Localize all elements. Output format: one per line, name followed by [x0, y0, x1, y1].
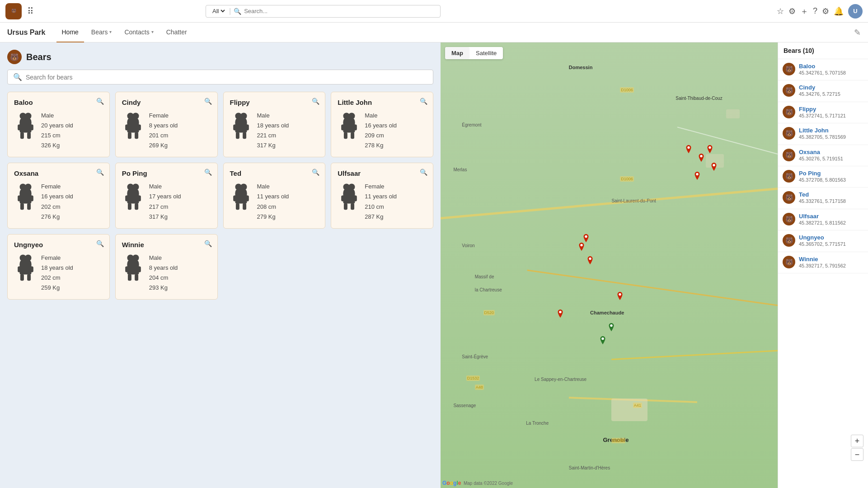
bear-info: Female 18 years old 202 cm 259 Kg	[41, 253, 73, 293]
list-bear-name[interactable]: Oxsana	[799, 149, 843, 155]
app-logo[interactable]: 🐻	[5, 3, 22, 19]
bear-search-icon[interactable]: 🔍	[312, 98, 319, 105]
bear-card-title: Cindy	[122, 99, 211, 106]
bear-card[interactable]: Ted 🔍 Male 11 years old 208 cm 279 Kg	[223, 163, 326, 228]
svg-rect-14	[125, 124, 128, 130]
bear-search-icon[interactable]: 🔍	[96, 169, 104, 176]
list-bear-name[interactable]: Po Ping	[799, 170, 846, 177]
svg-rect-70	[18, 267, 21, 272]
chatter-label: Chatter	[166, 28, 187, 36]
bears-grid: Baloo 🔍 Male 20 years old 215 cm 326 Kg …	[7, 92, 433, 300]
list-item[interactable]: 🐻 Baloo 45.342761, 5.707158	[778, 59, 868, 80]
list-item[interactable]: 🐻 Ted 45.332761, 5.717158	[778, 188, 868, 209]
svg-rect-38	[18, 195, 21, 201]
list-item[interactable]: 🐻 Little John 45.382705, 5.781569	[778, 123, 868, 145]
home-label: Home	[62, 28, 79, 36]
bear-card[interactable]: Baloo 🔍 Male 20 years old 215 cm 326 Kg	[7, 92, 110, 157]
bear-card[interactable]: Winnie 🔍 Male 8 years old 204 cm 293 Kg	[115, 234, 218, 300]
bear-card[interactable]: Ulfsaar 🔍 Female 11 years old 210 cm 287…	[331, 163, 433, 228]
bear-card-title: Ulfsaar	[338, 169, 427, 177]
map-pin[interactable]	[586, 256, 594, 265]
map-pin[interactable]	[698, 154, 705, 163]
list-bear-name[interactable]: Little John	[799, 127, 846, 134]
bear-height: 208 cm	[257, 202, 289, 212]
list-bear-name[interactable]: Ulfsaar	[799, 213, 846, 220]
help-button[interactable]: ?	[813, 6, 817, 16]
nav-item-chatter[interactable]: Chatter	[161, 23, 192, 42]
map-pin[interactable]	[694, 172, 701, 181]
bear-card[interactable]: Oxsana 🔍 Female 16 years old 202 cm 276 …	[7, 163, 110, 228]
notifications-button[interactable]: 🔔	[834, 6, 844, 16]
bear-search-icon[interactable]: 🔍	[420, 98, 427, 105]
bear-card[interactable]: Flippy 🔍 Male 18 years old 221 cm 317 Kg	[223, 92, 326, 157]
panel-header: 🐻 Bears	[7, 50, 433, 64]
bear-height: 201 cm	[149, 131, 178, 141]
add-button[interactable]: ＋	[800, 6, 808, 17]
bear-card-body: Female 8 years old 201 cm 269 Kg	[122, 111, 211, 150]
bear-info: Female 8 years old 201 cm 269 Kg	[149, 111, 178, 150]
list-item[interactable]: 🐻 Flippy 45.372741, 5.717121	[778, 102, 868, 123]
location-pin-2[interactable]	[599, 336, 606, 345]
bear-card[interactable]: Ungnyeo 🔍 Female 18 years old 202 cm 259…	[7, 234, 110, 300]
bear-search-icon[interactable]: 🔍	[420, 169, 427, 176]
search-filter-select[interactable]: All	[211, 7, 226, 15]
bear-search-icon[interactable]: 🔍	[204, 98, 212, 105]
location-pin[interactable]	[608, 323, 615, 332]
list-item[interactable]: 🐻 Cindy 45.34276, 5.72715	[778, 80, 868, 102]
add-favorite-button[interactable]: ☆	[777, 6, 784, 16]
bear-info: Male 8 years old 204 cm 293 Kg	[149, 253, 178, 293]
bear-silhouette	[338, 111, 360, 142]
bear-card[interactable]: Po Ping 🔍 Male 17 years old 217 cm 317 K…	[115, 163, 218, 228]
search-input[interactable]	[244, 8, 436, 14]
search-bears-input[interactable]	[26, 74, 427, 81]
bear-search-icon[interactable]: 🔍	[204, 169, 212, 176]
bear-card[interactable]: Little John 🔍 Male 16 years old 209 cm 2…	[331, 92, 433, 157]
map-tab-satellite[interactable]: Satellite	[469, 47, 503, 59]
bear-height: 204 cm	[149, 273, 178, 283]
setup-icon[interactable]: ⚙	[788, 6, 796, 16]
zoom-in-button[interactable]: +	[851, 435, 863, 447]
grid-icon[interactable]: ⠿	[27, 6, 34, 17]
nav-item-home[interactable]: Home	[56, 23, 84, 42]
map-pin[interactable]	[685, 145, 692, 154]
bear-search-icon[interactable]: 🔍	[96, 240, 104, 247]
list-bear-name[interactable]: Cindy	[799, 84, 840, 91]
bear-height: 209 cm	[365, 131, 397, 141]
bear-weight: 278 Kg	[365, 141, 397, 150]
list-bear-coords: 45.34276, 5.72715	[799, 91, 840, 98]
nav-item-contacts[interactable]: Contacts ▾	[119, 23, 159, 42]
map-pin[interactable]	[582, 234, 590, 243]
list-bear-coords: 45.372708, 5.801563	[799, 177, 846, 183]
list-item[interactable]: 🐻 Oxsana 45.30276, 5.719151	[778, 145, 868, 166]
bear-gender: Female	[41, 253, 73, 263]
bear-search-icon[interactable]: 🔍	[204, 240, 212, 247]
list-item[interactable]: 🐻 Ungnyeo 45.365702, 5.771571	[778, 230, 868, 252]
map-pin[interactable]	[578, 243, 585, 252]
list-item[interactable]: 🐻 Winnie 45.392717, 5.791562	[778, 252, 868, 273]
zoom-out-button[interactable]: −	[851, 448, 863, 461]
avatar[interactable]: U	[848, 4, 863, 19]
bear-card-body: Male 11 years old 208 cm 279 Kg	[230, 182, 319, 221]
nav-item-bears[interactable]: Bears ▾	[86, 23, 117, 42]
edit-icon[interactable]: ✎	[854, 28, 861, 38]
bear-search-icon[interactable]: 🔍	[96, 98, 104, 105]
map-pin[interactable]	[710, 163, 718, 172]
bear-weight: 317 Kg	[149, 212, 181, 222]
map-pin[interactable]	[706, 145, 713, 154]
bear-search-icon[interactable]: 🔍	[312, 169, 319, 176]
map-pin[interactable]	[616, 292, 624, 301]
map-tab-map[interactable]: Map	[445, 47, 469, 59]
list-item[interactable]: 🐻 Po Ping 45.372708, 5.801563	[778, 166, 868, 188]
list-bear-info: Flippy 45.372741, 5.717121	[799, 106, 846, 119]
map-pin[interactable]	[557, 310, 564, 319]
bear-card[interactable]: Cindy 🔍 Female 8 years old 201 cm 269 Kg	[115, 92, 218, 157]
list-bear-name[interactable]: Ungnyeo	[799, 234, 846, 241]
list-bear-name[interactable]: Ted	[799, 191, 846, 198]
settings-button[interactable]: ⚙	[822, 6, 829, 16]
list-bear-icon: 🐻	[783, 84, 795, 97]
list-bear-name[interactable]: Flippy	[799, 106, 846, 113]
svg-rect-39	[30, 195, 33, 201]
list-bear-name[interactable]: Baloo	[799, 63, 846, 70]
list-bear-name[interactable]: Winnie	[799, 256, 846, 263]
list-item[interactable]: 🐻 Ulfsaar 45.382721, 5.811562	[778, 209, 868, 230]
